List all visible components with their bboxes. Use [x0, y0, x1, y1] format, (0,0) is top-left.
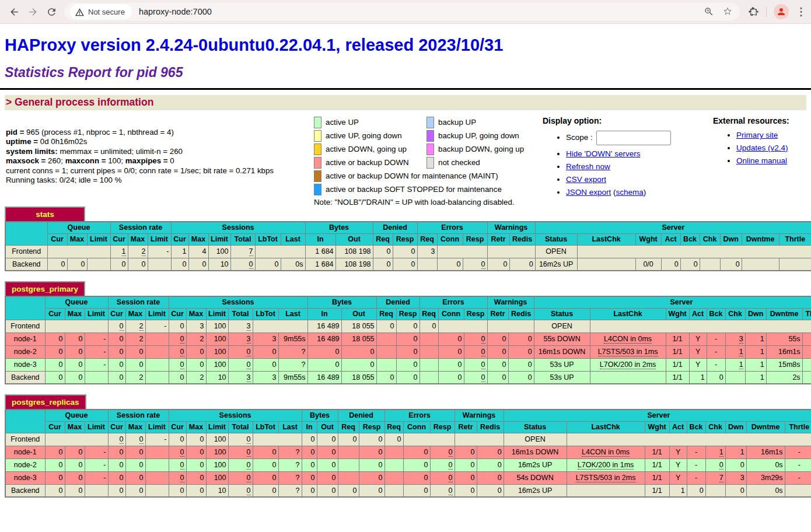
stat-cell: 16m2s UP: [504, 459, 567, 471]
stat-cell: 9m55s: [278, 332, 307, 345]
stat-cell: OPEN: [504, 433, 567, 446]
external-resource-link[interactable]: Online manual: [736, 156, 787, 165]
process-info-key: maxconn =: [65, 156, 109, 165]
column-header: Limit: [85, 421, 108, 433]
stat-cell: 0: [455, 446, 477, 459]
legend-item: not checked: [427, 157, 480, 169]
stat-cell: 3: [228, 332, 253, 345]
reload-icon[interactable]: [42, 2, 61, 21]
back-icon[interactable]: [5, 2, 23, 21]
stat-cell: ?: [278, 471, 302, 484]
stat-cell: 0: [705, 459, 725, 471]
stat-cell: -: [85, 332, 108, 345]
info-section: pid = 965 (process #1, nbproc = 1, nbthr…: [6, 114, 811, 206]
column-group-header: Errors: [417, 222, 487, 233]
stat-cell: 10: [206, 484, 228, 497]
stat-value-dotted: 0: [247, 348, 251, 356]
stat-cell: -: [707, 332, 725, 345]
stat-cell: 0: [186, 471, 206, 484]
column-header: Act: [689, 308, 707, 320]
stat-cell: [253, 433, 302, 446]
row-label: Frontend: [5, 320, 45, 332]
stat-cell: 0: [707, 371, 725, 384]
stat-cell: 0: [125, 459, 145, 471]
stat-cell: 0: [108, 484, 125, 497]
stat-cell: -: [687, 446, 705, 459]
stat-cell: [338, 446, 359, 459]
display-option-link[interactable]: Hide 'DOWN' servers: [566, 149, 640, 158]
stat-cell: 0: [65, 459, 85, 471]
stat-cell: -: [145, 433, 169, 446]
stat-cell: 0: [65, 371, 85, 384]
column-header: Chk: [700, 233, 720, 245]
stat-cell: 0: [125, 358, 145, 371]
stat-cell: 0: [477, 446, 504, 459]
stat-cell: 0: [125, 433, 145, 446]
security-chip[interactable]: Not secure: [70, 4, 132, 19]
stat-cell: 9m55s: [278, 371, 307, 384]
stat-cell: -: [802, 345, 811, 358]
json-export-link[interactable]: JSON export: [566, 188, 611, 197]
stat-cell: 0: [317, 471, 338, 484]
stat-value-dotted: 0: [180, 474, 184, 482]
table-row: Frontend00-00100000000OPEN: [5, 433, 811, 446]
stat-cell: -: [85, 446, 108, 459]
bookmark-star-icon[interactable]: [722, 6, 733, 17]
stat-cell: 0: [359, 459, 384, 471]
stat-cell: 0: [125, 345, 145, 358]
legend-swatch: [314, 117, 321, 128]
stat-cell: 0: [430, 446, 455, 459]
external-resource-link[interactable]: Updates (v2.4): [736, 144, 788, 152]
external-resource-item: Updates (v2.4): [736, 144, 789, 152]
table-row: node-300-000010000?000000053s UPL7OK/200…: [5, 358, 811, 371]
process-info: pid = 965 (process #1, nbproc = 1, nbthr…: [6, 114, 314, 185]
column-group-header: Bytes: [305, 222, 373, 233]
row-label: node-3: [5, 358, 45, 371]
stat-cell: [420, 358, 438, 371]
stat-cell: 100: [206, 459, 228, 471]
external-resource-link[interactable]: Primary site: [736, 131, 778, 139]
column-group-header: Server: [504, 410, 811, 421]
stat-cell: 0: [396, 332, 420, 345]
extensions-icon[interactable]: [748, 6, 759, 18]
display-options-title: Display option:: [543, 116, 602, 125]
forward-icon[interactable]: [23, 2, 42, 21]
column-group-header: Denied: [373, 222, 417, 233]
column-header: Conn: [403, 421, 430, 433]
stat-cell: 0: [317, 446, 338, 459]
scope-option: Scope :: [566, 131, 713, 145]
stat-cell: [145, 484, 169, 497]
legend-item: backup DOWN, going up: [427, 144, 524, 155]
stat-cell: 0: [393, 245, 417, 258]
address-bar[interactable]: Not secure haproxy-node:7000: [64, 3, 740, 20]
stat-value-dotted: 3: [247, 373, 251, 382]
stat-cell: 0: [455, 484, 477, 497]
column-group-header: Warnings: [487, 222, 535, 233]
row-label: node-1: [5, 332, 45, 345]
legend-item: active DOWN, going up: [314, 144, 427, 155]
scope-input[interactable]: [596, 131, 671, 145]
stat-cell: 0: [420, 320, 438, 332]
stat-cell: 1: [745, 332, 766, 345]
stat-cell: 100: [206, 358, 228, 371]
column-header: LastChk: [567, 421, 645, 433]
stat-cell: 0: [430, 484, 455, 497]
stat-cell: L4CON in 0ms: [567, 446, 645, 459]
menu-kebab-icon[interactable]: ⋮: [796, 6, 806, 17]
stat-cell: 0: [317, 459, 338, 471]
stat-cell: 3: [417, 245, 437, 258]
stat-cell: 16m1s: [746, 446, 785, 459]
zoom-icon[interactable]: [704, 6, 714, 17]
profile-avatar[interactable]: [774, 4, 789, 19]
stat-cell: 0: [359, 484, 384, 497]
column-header: Wght: [666, 308, 689, 320]
url-text[interactable]: haproxy-node:7000: [139, 7, 704, 16]
display-option-link[interactable]: Refresh now: [566, 162, 610, 171]
schema-link[interactable]: schema: [616, 188, 644, 197]
stat-cell: 0: [169, 371, 186, 384]
stat-cell: 0: [65, 358, 85, 371]
text: ): [644, 188, 646, 197]
display-option-link[interactable]: CSV export: [566, 175, 606, 184]
stat-cell: [420, 371, 438, 384]
stat-cell: -: [785, 471, 811, 484]
